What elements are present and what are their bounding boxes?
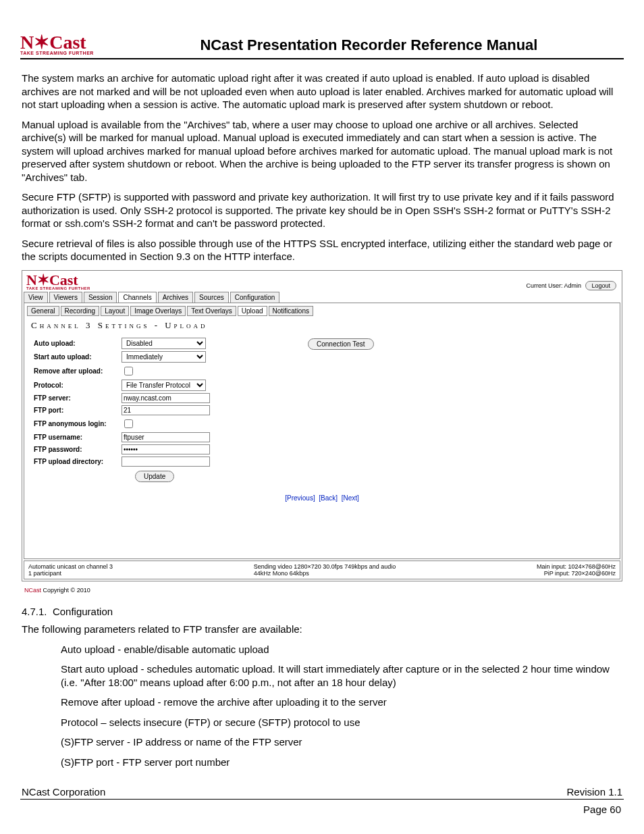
select-auto-upload[interactable]: Disabled xyxy=(122,338,206,349)
input-ftp-server[interactable] xyxy=(122,393,210,403)
current-user: Current User: Admin Logout xyxy=(526,281,616,290)
label-ftp-username: FTP username: xyxy=(34,434,122,441)
label-auto-upload: Auto upload: xyxy=(34,340,122,347)
select-start-auto[interactable]: Immediately xyxy=(122,351,206,363)
connection-test-button[interactable]: Connection Test xyxy=(308,338,374,350)
shot-logo-main: N✶Cast xyxy=(26,273,78,287)
tab-viewers[interactable]: Viewers xyxy=(49,292,82,303)
paragraph: The system marks an archive for automati… xyxy=(20,72,624,111)
subtab-notifications[interactable]: Notifications xyxy=(269,306,313,316)
tab-session[interactable]: Session xyxy=(84,292,117,303)
paragraph: Manual upload is available from the "Arc… xyxy=(20,118,624,184)
nav-links: [Previous] [Back] [Next] xyxy=(27,494,617,502)
label-ftp-port: FTP port: xyxy=(34,407,122,414)
list-item: (S)FTP port - FTP server port number xyxy=(61,756,617,769)
panel-title: Channel 3 Settings - Upload xyxy=(31,320,617,331)
status-right-1: Main input: 1024×768@60Hz xyxy=(537,563,616,570)
shot-copyright: NCast Copyright © 2010 xyxy=(20,585,624,594)
tab-view[interactable]: View xyxy=(24,292,48,303)
input-ftp-updir[interactable] xyxy=(122,457,210,467)
label-ftp-password: FTP password: xyxy=(34,446,122,453)
nav-previous[interactable]: [Previous] xyxy=(285,494,315,502)
page-header: N✶Cast TAKE STREAMING FURTHER NCast Pres… xyxy=(20,34,624,59)
footer-right: Revision 1.1 xyxy=(566,786,622,798)
section-intro: The following parameters related to FTP … xyxy=(20,623,624,636)
list-item: Protocol – selects insecure (FTP) or sec… xyxy=(61,716,617,729)
embedded-screenshot: N✶Cast TAKE STREAMING FURTHER Current Us… xyxy=(22,270,622,582)
section-heading: 4.7.1. Configuration xyxy=(22,606,624,617)
subtab-recording[interactable]: Recording xyxy=(61,306,100,316)
input-ftp-password[interactable] xyxy=(122,444,210,454)
label-remove-after: Remove after upload: xyxy=(34,367,122,375)
status-left-1: Automatic unicast on channel 3 xyxy=(28,563,113,570)
status-right-2: PiP input: 720×240@60Hz xyxy=(537,570,616,577)
label-start-auto: Start auto upload: xyxy=(34,353,122,361)
status-mid-2: 44kHz Mono 64kbps xyxy=(254,570,396,577)
upload-form: Auto upload: Disabled Start auto upload:… xyxy=(34,338,617,482)
subtab-upload[interactable]: Upload xyxy=(238,306,267,316)
logout-button[interactable]: Logout xyxy=(585,281,616,290)
parameter-list: Auto upload - enable/disable automatic u… xyxy=(61,643,617,769)
paragraph: Secure FTP (SFTP) is supported with pass… xyxy=(20,190,624,230)
input-ftp-port[interactable] xyxy=(122,405,210,415)
subtab-general[interactable]: General xyxy=(27,306,59,316)
footer-left: NCast Corporation xyxy=(22,786,105,798)
tab-sources[interactable]: Sources xyxy=(194,292,229,303)
label-ftp-server: FTP server: xyxy=(34,394,122,402)
list-item: Start auto upload - schedules automatic … xyxy=(61,662,617,689)
tab-archives[interactable]: Archives xyxy=(158,292,193,303)
logo-tag: TAKE STREAMING FURTHER xyxy=(20,51,94,55)
page-number: Page 60 xyxy=(20,800,624,815)
tab-channels[interactable]: Channels xyxy=(118,292,156,303)
list-item: Auto upload - enable/disable automatic u… xyxy=(61,643,617,656)
settings-panel: General Recording Layout Image Overlays … xyxy=(24,303,620,559)
shot-logo: N✶Cast TAKE STREAMING FURTHER xyxy=(26,273,90,291)
label-ftp-anon: FTP anonymous login: xyxy=(34,420,122,427)
status-bar: Automatic unicast on channel 3 1 partici… xyxy=(24,561,620,579)
logo-main: N✶Cast xyxy=(20,34,86,51)
nav-next[interactable]: [Next] xyxy=(342,494,359,502)
list-item: Remove after upload - remove the archive… xyxy=(61,696,617,709)
nav-back[interactable]: [Back] xyxy=(319,494,338,502)
sub-tabs: General Recording Layout Image Overlays … xyxy=(27,306,617,316)
input-ftp-username[interactable] xyxy=(122,432,210,442)
doc-title: NCast Presentation Recorder Reference Ma… xyxy=(114,36,624,55)
tab-configuration[interactable]: Configuration xyxy=(230,292,279,303)
status-mid-1: Sending video 1280×720 30.0fps 749kbps a… xyxy=(254,563,396,570)
logo: N✶Cast TAKE STREAMING FURTHER xyxy=(20,34,94,55)
subtab-layout[interactable]: Layout xyxy=(101,306,129,316)
label-ftp-updir: FTP upload directory: xyxy=(34,458,122,465)
paragraph: Secure retrieval of files is also possib… xyxy=(20,237,624,263)
select-protocol[interactable]: File Transfer Protocol xyxy=(122,380,206,391)
page-footer: NCast Corporation Revision 1.1 xyxy=(20,786,624,800)
section-title: Configuration xyxy=(53,606,113,617)
main-tabs: View Viewers Session Channels Archives S… xyxy=(22,292,622,303)
label-protocol: Protocol: xyxy=(34,382,122,389)
section-number: 4.7.1. xyxy=(22,606,47,617)
current-user-label: Current User: Admin xyxy=(526,282,581,289)
subtab-text-overlays[interactable]: Text Overlays xyxy=(187,306,236,316)
shot-logo-tag: TAKE STREAMING FURTHER xyxy=(26,286,90,290)
status-left-2: 1 participant xyxy=(28,570,113,577)
subtab-image-overlays[interactable]: Image Overlays xyxy=(130,306,186,316)
update-button[interactable]: Update xyxy=(135,471,174,482)
list-item: (S)FTP server - IP address or name of th… xyxy=(61,735,617,749)
checkbox-ftp-anon[interactable] xyxy=(124,419,133,428)
checkbox-remove-after[interactable] xyxy=(124,367,133,375)
